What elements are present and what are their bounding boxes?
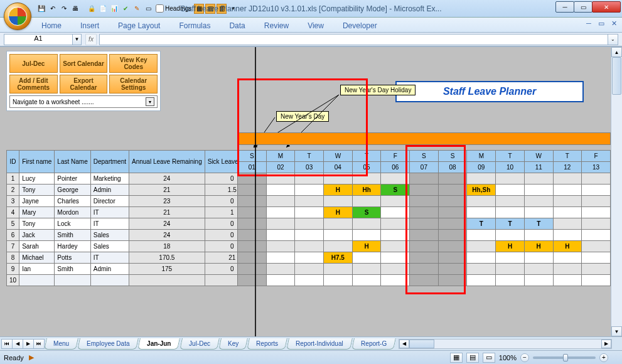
scroll-down-icon[interactable]: ▼ bbox=[611, 326, 622, 336]
macro-record-icon[interactable]: ▶ bbox=[29, 353, 34, 361]
calendar-cell[interactable] bbox=[238, 218, 267, 230]
vertical-scrollbar[interactable]: ▲ ▼ bbox=[611, 47, 622, 336]
calendar-row[interactable]: H7.5 bbox=[238, 252, 611, 264]
name-box-dropdown-icon[interactable]: ▼ bbox=[73, 34, 82, 45]
fx-button[interactable]: fx bbox=[85, 34, 97, 45]
cell[interactable]: Marketing bbox=[90, 173, 129, 185]
cell[interactable]: Michael bbox=[19, 252, 55, 264]
calendar-cell[interactable] bbox=[295, 196, 324, 207]
calendar-cell[interactable] bbox=[295, 173, 324, 185]
calendar-cell[interactable] bbox=[438, 185, 467, 196]
tab-prev-icon[interactable]: ◀ bbox=[12, 339, 23, 349]
cell[interactable]: 6 bbox=[7, 230, 19, 241]
horizontal-scrollbar[interactable]: ◀ ▶ bbox=[399, 339, 612, 349]
calendar-cell[interactable] bbox=[524, 173, 553, 185]
calendar-cell[interactable] bbox=[352, 196, 381, 207]
office-button[interactable] bbox=[4, 3, 31, 30]
navigate-worksheet-dropdown[interactable]: Navigate to a worksheet ....... ▼ bbox=[9, 95, 158, 108]
calendar-cell[interactable] bbox=[524, 252, 553, 264]
maximize-button[interactable]: ▭ bbox=[574, 1, 593, 13]
calendar-cell[interactable] bbox=[323, 241, 352, 252]
undo-icon[interactable]: ↶ bbox=[48, 4, 58, 14]
zoom-handle[interactable] bbox=[563, 354, 568, 361]
calendar-row[interactable]: HHHH bbox=[238, 241, 611, 252]
calendar-cell[interactable] bbox=[582, 196, 611, 207]
tab-last-icon[interactable]: ⏭ bbox=[33, 339, 45, 349]
cell[interactable]: 9 bbox=[7, 264, 19, 275]
cell[interactable]: Ian bbox=[19, 264, 55, 275]
calendar-cell[interactable] bbox=[524, 185, 553, 196]
calendar-settings-button[interactable]: Calendar Settings bbox=[109, 75, 158, 94]
sheet-content[interactable]: Jul-Dec Sort Calendar View Key Codes Add… bbox=[0, 47, 611, 336]
calendar-cell[interactable] bbox=[524, 230, 553, 241]
cell[interactable]: 3 bbox=[7, 196, 19, 207]
hscroll-left-icon[interactable]: ◀ bbox=[399, 340, 409, 348]
calendar-cell[interactable]: S bbox=[381, 185, 410, 196]
calendar-cell[interactable]: T bbox=[496, 218, 525, 230]
cell[interactable]: 21 bbox=[129, 185, 205, 196]
calendar-cell[interactable] bbox=[352, 173, 381, 185]
calendar-cell[interactable] bbox=[238, 173, 267, 185]
calendar-cell[interactable]: H bbox=[496, 241, 525, 252]
edit-icon[interactable]: ✎ bbox=[132, 4, 142, 14]
doc-restore-icon[interactable]: ▭ bbox=[597, 19, 606, 28]
calendar-cell[interactable] bbox=[496, 173, 525, 185]
cell[interactable] bbox=[19, 275, 55, 286]
calendar-row[interactable] bbox=[238, 173, 611, 185]
table-row[interactable]: 4MaryMordonIT211 bbox=[7, 207, 260, 218]
calendar-cell[interactable] bbox=[467, 230, 496, 241]
calendar-cell[interactable] bbox=[266, 241, 295, 252]
tab-review[interactable]: Review bbox=[259, 19, 294, 32]
cell[interactable]: Smith bbox=[55, 230, 90, 241]
calendar-cell[interactable] bbox=[467, 196, 496, 207]
calendar-cell[interactable]: H bbox=[524, 241, 553, 252]
cell[interactable] bbox=[90, 275, 129, 286]
calendar-cell[interactable] bbox=[323, 173, 352, 185]
calendar-cell[interactable] bbox=[381, 218, 410, 230]
calendar-cell[interactable] bbox=[553, 264, 582, 275]
table-row[interactable]: 8MichaelPottsIT170.521 bbox=[7, 252, 260, 264]
calendar-cell[interactable] bbox=[238, 275, 267, 286]
calendar-cell[interactable] bbox=[582, 275, 611, 286]
calendar-cell[interactable] bbox=[496, 207, 525, 218]
table-row[interactable]: 1LucyPointerMarketing240 bbox=[7, 173, 260, 185]
calendar-cell[interactable]: T bbox=[467, 218, 496, 230]
calendar-cell[interactable] bbox=[352, 264, 381, 275]
sheet-tab-employee-data[interactable]: Employee Data bbox=[77, 338, 139, 350]
calendar-cell[interactable] bbox=[381, 275, 410, 286]
check-icon[interactable]: ✔ bbox=[121, 4, 131, 14]
sheet-tab-report-individual[interactable]: Report-Individual bbox=[286, 338, 352, 350]
cell[interactable]: Jack bbox=[19, 230, 55, 241]
cell[interactable]: 170.5 bbox=[129, 252, 205, 264]
calendar-cell[interactable]: Hh bbox=[352, 185, 381, 196]
calendar-cell[interactable] bbox=[582, 173, 611, 185]
formula-input[interactable] bbox=[99, 34, 608, 45]
sheet-icon[interactable]: 📄 bbox=[98, 4, 108, 14]
tab-home[interactable]: Home bbox=[36, 19, 67, 32]
calendar-cell[interactable] bbox=[438, 173, 467, 185]
table-row[interactable]: 5TonyLockIT240 bbox=[7, 218, 260, 230]
formula-expand-icon[interactable]: ⌄ bbox=[608, 34, 618, 45]
cell[interactable]: Jayne bbox=[19, 196, 55, 207]
calendar-cell[interactable] bbox=[438, 230, 467, 241]
calendar-cell[interactable] bbox=[352, 275, 381, 286]
calendar-cell[interactable] bbox=[266, 252, 295, 264]
sheet-tab-reports[interactable]: Reports bbox=[247, 338, 287, 350]
hscroll-right-icon[interactable]: ▶ bbox=[601, 340, 611, 348]
calendar-cell[interactable] bbox=[553, 173, 582, 185]
export-calendar-button[interactable]: Export Calendar bbox=[60, 75, 108, 94]
table-row[interactable]: 2TonyGeorgeAdmin211.5 bbox=[7, 185, 260, 196]
calendar-cell[interactable]: T bbox=[524, 218, 553, 230]
calendar-cell[interactable] bbox=[496, 196, 525, 207]
cell[interactable]: IT bbox=[90, 218, 129, 230]
calendar-cell[interactable] bbox=[238, 230, 267, 241]
calendar-cell[interactable] bbox=[410, 275, 439, 286]
calendar-cell[interactable] bbox=[295, 275, 324, 286]
sheet-tab-jul-dec[interactable]: Jul-Dec bbox=[180, 338, 220, 350]
tab-insert[interactable]: Insert bbox=[75, 19, 104, 32]
cell[interactable]: Smith bbox=[55, 264, 90, 275]
calendar-cell[interactable]: Hh,Sh bbox=[467, 185, 496, 196]
calendar-cell[interactable]: H7.5 bbox=[323, 252, 352, 264]
calendar-cell[interactable] bbox=[238, 207, 267, 218]
calendar-cell[interactable] bbox=[266, 230, 295, 241]
